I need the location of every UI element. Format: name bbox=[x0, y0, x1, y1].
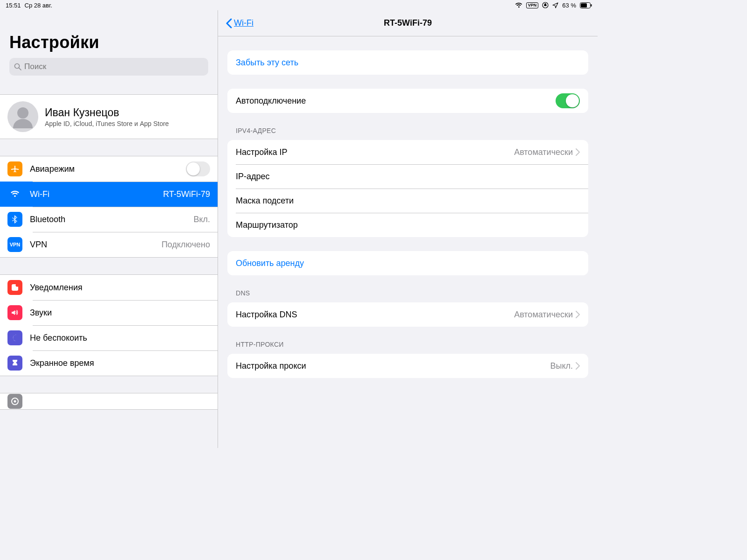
sidebar-item-label: Не беспокоить bbox=[30, 333, 210, 343]
svg-rect-2 bbox=[581, 3, 587, 7]
subnet-mask-row: Маска подсети bbox=[227, 189, 588, 213]
renew-lease-button[interactable]: Обновить аренду bbox=[227, 251, 588, 275]
bluetooth-icon bbox=[7, 212, 22, 227]
autojoin-row: Автоподключение bbox=[227, 89, 588, 113]
sidebar-item-airplane[interactable]: Авиарежим bbox=[0, 156, 218, 182]
autojoin-section: Автоподключение bbox=[227, 89, 588, 113]
notifications-icon bbox=[7, 280, 22, 295]
airplane-toggle[interactable] bbox=[186, 161, 210, 176]
battery-icon bbox=[580, 2, 592, 8]
nav-bar: Wi-Fi RT-5WiFi-79 bbox=[218, 10, 598, 36]
chevron-right-icon bbox=[576, 148, 580, 156]
sidebar-item-bluetooth[interactable]: Bluetooth Вкл. bbox=[0, 207, 218, 232]
battery-percentage: 63 % bbox=[562, 2, 576, 9]
sidebar-item-sounds[interactable]: Звуки bbox=[0, 300, 218, 325]
location-icon bbox=[552, 2, 558, 8]
airplane-icon bbox=[7, 161, 22, 176]
sidebar-item-profile[interactable]: Иван Кузнецов Apple ID, iCloud, iTunes S… bbox=[0, 95, 218, 139]
profile-name: Иван Кузнецов bbox=[45, 106, 169, 119]
chevron-left-icon bbox=[226, 18, 232, 28]
configure-dns-row[interactable]: Настройка DNS Автоматически bbox=[227, 302, 588, 327]
sidebar-item-notifications[interactable]: Уведомления bbox=[0, 275, 218, 300]
gear-icon bbox=[7, 394, 22, 409]
proxy-header: HTTP-ПРОКСИ bbox=[236, 341, 586, 348]
sidebar-item-label: Авиарежим bbox=[30, 164, 186, 174]
svg-point-8 bbox=[16, 284, 19, 287]
sidebar-item-general[interactable] bbox=[0, 393, 218, 409]
ipv4-header: IPV4-АДРЕС bbox=[236, 127, 586, 134]
sounds-icon bbox=[7, 305, 22, 320]
autojoin-label: Автоподключение bbox=[236, 96, 556, 106]
sidebar-item-label: Уведомления bbox=[30, 283, 210, 293]
search-icon bbox=[14, 63, 21, 70]
forget-section: Забыть эту сеть bbox=[227, 50, 588, 75]
sidebar-item-label: VPN bbox=[30, 240, 162, 250]
search-field[interactable] bbox=[9, 58, 208, 76]
profile-group: Иван Кузнецов Apple ID, iCloud, iTunes S… bbox=[0, 94, 218, 139]
vpn-indicator: VPN bbox=[526, 2, 539, 8]
alerts-group: Уведомления Звуки Не беспокоить Экранное… bbox=[0, 274, 218, 376]
autojoin-toggle[interactable] bbox=[556, 93, 580, 108]
svg-point-10 bbox=[14, 400, 16, 403]
back-label: Wi-Fi bbox=[234, 18, 254, 28]
general-group-partial bbox=[0, 393, 218, 410]
status-time: 15:51 bbox=[6, 2, 21, 9]
ipv4-section: Настройка IP Автоматически IP-адрес Маск… bbox=[227, 140, 588, 237]
vpn-icon: VPN bbox=[7, 237, 22, 252]
sidebar-item-wifi[interactable]: Wi-Fi RT-5WiFi-79 bbox=[0, 182, 218, 207]
sidebar-item-dnd[interactable]: Не беспокоить bbox=[0, 325, 218, 350]
orientation-lock-icon bbox=[542, 2, 549, 8]
hourglass-icon bbox=[7, 356, 22, 371]
sidebar-item-label: Экранное время bbox=[30, 358, 210, 368]
proxy-section: Настройка прокси Выкл. bbox=[227, 354, 588, 378]
status-bar: 15:51 Ср 28 авг. VPN 63 % bbox=[0, 0, 598, 10]
nav-title: RT-5WiFi-79 bbox=[384, 18, 432, 28]
status-date: Ср 28 авг. bbox=[25, 2, 52, 9]
moon-icon bbox=[7, 330, 22, 345]
ip-address-row: IP-адрес bbox=[227, 164, 588, 189]
dns-header: DNS bbox=[236, 289, 586, 297]
sidebar-item-value: Подключено bbox=[162, 240, 210, 250]
svg-point-6 bbox=[17, 107, 28, 119]
sidebar: Настройки Иван Кузнецов Apple ID, iCloud… bbox=[0, 10, 218, 448]
sidebar-item-value: Вкл. bbox=[193, 215, 210, 224]
detail-pane: Wi-Fi RT-5WiFi-79 Забыть эту сеть Автопо… bbox=[218, 10, 598, 448]
configure-ip-row[interactable]: Настройка IP Автоматически bbox=[227, 140, 588, 164]
sidebar-item-screentime[interactable]: Экранное время bbox=[0, 350, 218, 376]
back-button[interactable]: Wi-Fi bbox=[226, 18, 254, 28]
forget-label: Забыть эту сеть bbox=[236, 58, 580, 68]
search-input[interactable] bbox=[24, 62, 204, 71]
profile-sub: Apple ID, iCloud, iTunes Store и App Sto… bbox=[45, 120, 169, 127]
wifi-icon bbox=[515, 2, 522, 8]
chevron-right-icon bbox=[576, 311, 580, 318]
wifi-settings-icon bbox=[7, 187, 22, 202]
sidebar-item-label: Wi-Fi bbox=[30, 189, 163, 199]
page-title: Настройки bbox=[9, 33, 208, 52]
avatar bbox=[7, 101, 38, 132]
dns-section: Настройка DNS Автоматически bbox=[227, 302, 588, 327]
chevron-right-icon bbox=[576, 362, 580, 370]
configure-proxy-row[interactable]: Настройка прокси Выкл. bbox=[227, 354, 588, 378]
svg-rect-3 bbox=[591, 4, 592, 7]
connectivity-group: Авиарежим Wi-Fi RT-5WiFi-79 Bluetooth Вк… bbox=[0, 156, 218, 258]
sidebar-item-value: RT-5WiFi-79 bbox=[163, 189, 210, 199]
sidebar-item-vpn[interactable]: VPN VPN Подключено bbox=[0, 232, 218, 257]
renew-section: Обновить аренду bbox=[227, 251, 588, 275]
sidebar-item-label: Звуки bbox=[30, 308, 210, 318]
router-row: Маршрутизатор bbox=[227, 213, 588, 237]
sidebar-item-label: Bluetooth bbox=[30, 215, 193, 224]
svg-line-5 bbox=[19, 68, 21, 70]
forget-network-button[interactable]: Забыть эту сеть bbox=[227, 50, 588, 75]
